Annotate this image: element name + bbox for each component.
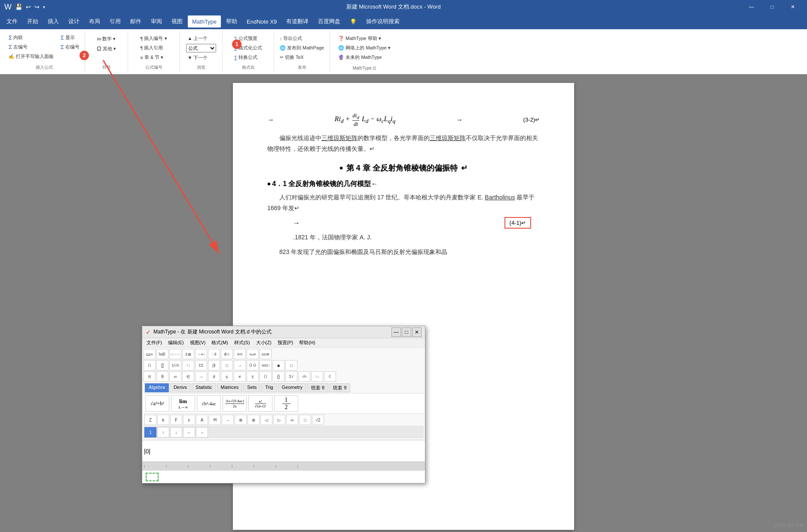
sym-arrow-r2[interactable]: → [195,371,207,382]
sym-uvec[interactable]: Ũ Ü [247,360,259,370]
menu-review[interactable]: 审阅 [147,15,166,28]
popup-input-area[interactable]: |0| [142,440,425,462]
window-controls[interactable]: — □ ✕ [742,0,803,14]
sym-epsilon[interactable]: ε [183,415,195,425]
menu-endnote[interactable]: EndNote X9 [242,15,281,28]
ribbon-btn-mathtype-online[interactable]: 🌐 网络上的 MathType ▾ [336,44,392,52]
popup-menu-preset[interactable]: 预置(P) [275,339,296,347]
sym-bracket[interactable]: [] [156,360,168,370]
ribbon-btn-mathtype-future[interactable]: 🔮 未来的 MathType [336,53,392,61]
sym-theta[interactable]: θ [156,371,168,382]
sym-A[interactable]: A [196,415,208,425]
formula-input-box[interactable] [146,473,159,481]
quick-undo[interactable]: ↩ [26,3,31,10]
menu-baidu[interactable]: 百度网盘 [314,15,345,28]
ribbon-btn-left-num[interactable]: Σ 左编号 [7,43,55,51]
sym-updown2[interactable]: ↑↓ [311,371,323,382]
sym-oplus[interactable]: ⊕ [248,415,260,425]
popup-menu-format[interactable]: 格式(M) [209,339,231,347]
tpl-sqrt-disc[interactable]: √b²-4ac [197,395,221,412]
ribbon-btn-other-symbols[interactable]: Ω 其他 ▾ [95,44,118,53]
menu-youdao[interactable]: 有道翻译 [282,15,313,28]
menu-references[interactable]: 引用 [105,15,125,28]
sym-lambda[interactable]: λωθ [247,349,259,359]
sym-sigma2[interactable]: ΣΣ [195,360,207,370]
popup-window-controls[interactable]: — □ ✕ [391,327,422,337]
quick-save[interactable]: 💾 [15,3,22,10]
sym-k[interactable]: k [157,415,169,425]
sym-sqrt2[interactable]: √2 [312,415,324,425]
tab-suite9[interactable]: 统套 9 [329,383,350,392]
nav-btn-1[interactable]: 1 [144,427,156,437]
tab-sets[interactable]: Sets [243,383,260,392]
formula-type-select[interactable]: 公式 [186,44,216,52]
sym-updown[interactable]: ↑↓ [182,360,194,370]
sym-partial[interactable]: ∂∞ℓ [234,349,246,359]
sym-rarrow[interactable]: → [222,415,234,425]
tab-suite8[interactable]: 统套 8 [307,383,328,392]
sym-angle-bracket[interactable]: ⟨⟩ [144,360,156,370]
sym-angle3[interactable]: ⟨⟩ [260,371,272,382]
ribbon-btn-export[interactable]: ↑ 导出公式 [278,34,326,43]
tpl-quadratic[interactable]: -b±√(9-4ac) 2a [223,395,247,412]
sym-leq2[interactable]: ≤ [221,371,233,382]
sym-pm[interactable]: ±⊗ [182,349,194,359]
sym-arrow-r[interactable]: → [234,360,246,370]
sym-emptybox[interactable]: □ [285,360,297,370]
popup-minimize[interactable]: — [391,327,401,337]
nav-btn-down[interactable]: ↓ [170,427,182,437]
tab-derivs[interactable]: Derivs [170,383,191,392]
tab-geometry[interactable]: Geometry [278,383,306,392]
sym-Z[interactable]: Z [144,415,156,425]
ribbon-btn-publish-mathpage[interactable]: 🌐 发布到 MathPage [278,44,326,52]
ribbon-btn-math-symbols[interactable]: ∞ 数学 ▾ [95,34,118,43]
sym-pm2[interactable]: ± [247,371,259,382]
ribbon-btn-display[interactable]: Σ 显示 [59,34,81,42]
popup-menu-view[interactable]: 视图(V) [187,339,208,347]
sym-neq[interactable]: ≠ [234,371,246,382]
sym-in[interactable]: ∈ [182,371,194,382]
menu-file[interactable]: 文件 [2,15,22,28]
tpl-combination[interactable]: n! r!(n-r)! [248,395,272,412]
sym-arrows1[interactable]: ↑↓→← [169,349,181,359]
sym-box[interactable]: □ [221,360,233,370]
sym-leq[interactable]: ≤≥≈ [144,349,156,359]
sym-sigma3[interactable]: Σ√ [285,371,297,382]
menu-design[interactable]: 设计 [64,15,84,28]
popup-menu-style[interactable]: 样式(S) [232,339,253,347]
close-button[interactable]: ✕ [783,0,803,14]
menu-layout[interactable]: 布局 [85,15,104,28]
ribbon-btn-prev[interactable]: ▲ 上一个 [186,34,216,43]
ribbon-btn-right-num[interactable]: Σ 右编号 [59,43,81,51]
menu-lightbulb[interactable]: 💡 [345,15,361,28]
nav-btn-right[interactable]: → [196,427,208,437]
sym-blackbox[interactable]: ■ [272,360,284,370]
sym-frakM[interactable]: 𝔐 [209,415,221,425]
sym-infty2[interactable]: ∞ [286,415,298,425]
nav-btn-up[interactable]: ↑ [157,427,169,437]
sym-rtri[interactable]: ▷ [273,415,285,425]
menu-view[interactable]: 视图 [167,15,187,28]
sym-complex[interactable]: ℂ [324,371,336,382]
popup-menu-size[interactable]: 大小(Z) [254,339,274,347]
menu-help[interactable]: 帮助 [222,15,241,28]
ribbon-btn-insert-ref[interactable]: ¶ 插入引用 [139,44,169,52]
ribbon-btn-handwrite[interactable]: ✍ 打开手写输入面板 [7,52,55,61]
sym-arrows2[interactable]: →⇔↓ [195,349,207,359]
menu-search[interactable]: 操作说明搜索 [362,15,404,28]
maximize-button[interactable]: □ [762,0,782,14]
sym-F[interactable]: F [170,415,182,425]
ribbon-btn-convert-formula[interactable]: ∑ 转换公式 [232,53,264,61]
tab-statistic[interactable]: Statistic [192,383,216,392]
sym-otimes[interactable]: ⊗ [235,415,247,425]
sym-pi[interactable]: π [144,371,156,382]
menu-mathtype[interactable]: MathType [188,15,221,28]
sym-integral[interactable]: ∫∮ [208,360,220,370]
quick-redo[interactable]: ↪ [34,3,40,10]
popup-menu-help[interactable]: 帮助(H) [297,339,318,347]
popup-maximize[interactable]: □ [402,327,411,337]
sym-infty[interactable]: ∞ [169,371,181,382]
sym-notin[interactable]: ∉⊂ [221,349,233,359]
menu-home[interactable]: 开始 [23,15,43,28]
ribbon-btn-insert-num[interactable]: ¶ 插入编号 ▾ [139,34,169,43]
